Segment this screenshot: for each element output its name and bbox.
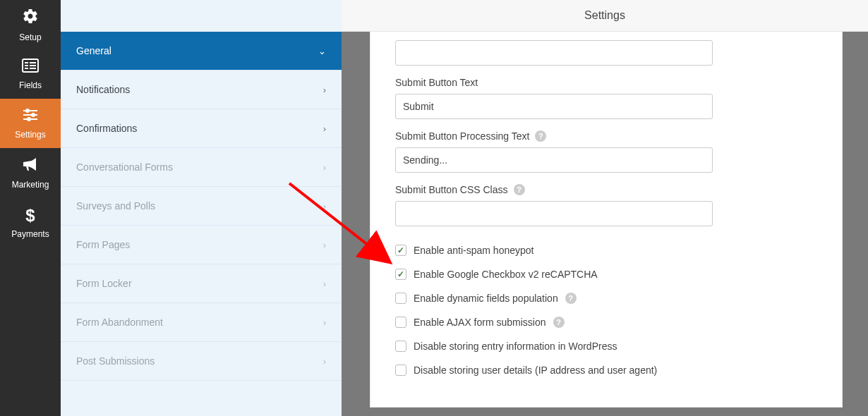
main-sidebar: Setup Fields Settings Marketing $ Paymen… bbox=[0, 0, 61, 416]
panel-item-notifications[interactable]: Notifications › bbox=[61, 71, 342, 109]
sidebar-label: Marketing bbox=[12, 180, 49, 190]
panel-item-post-submissions[interactable]: Post Submissions › bbox=[61, 342, 342, 381]
chevron-right-icon: › bbox=[323, 356, 326, 367]
sidebar-item-payments[interactable]: $ Payments bbox=[0, 197, 61, 247]
settings-panel: General ⌄ Notifications › Confirmations … bbox=[61, 0, 342, 416]
svg-rect-4 bbox=[30, 62, 36, 63]
checkbox-recaptcha[interactable] bbox=[395, 269, 406, 280]
form-icon bbox=[22, 59, 39, 77]
panel-item-label: General bbox=[76, 45, 111, 56]
help-icon[interactable]: ? bbox=[535, 130, 546, 142]
svg-rect-1 bbox=[25, 62, 28, 63]
sidebar-item-settings[interactable]: Settings bbox=[0, 99, 61, 148]
checkbox-row-disable-user-details: Disable storing user details (IP address… bbox=[395, 365, 817, 376]
panel-item-confirmations[interactable]: Confirmations › bbox=[61, 109, 342, 148]
panel-item-form-locker[interactable]: Form Locker › bbox=[61, 264, 342, 303]
checkbox-label: Enable dynamic fields population bbox=[414, 293, 558, 304]
checkbox-honeypot[interactable] bbox=[395, 245, 406, 256]
checkbox-label: Enable Google Checkbox v2 reCAPTCHA bbox=[414, 269, 598, 280]
bullhorn-icon bbox=[22, 157, 39, 176]
chevron-right-icon: › bbox=[323, 279, 326, 289]
sidebar-item-fields[interactable]: Fields bbox=[0, 49, 61, 99]
checkbox-label: Disable storing entry information in Wor… bbox=[414, 341, 617, 352]
help-icon[interactable]: ? bbox=[553, 317, 565, 328]
panel-item-label: Form Pages bbox=[76, 239, 130, 250]
checkbox-disable-user-details[interactable] bbox=[395, 365, 406, 376]
svg-rect-3 bbox=[25, 68, 28, 69]
chevron-right-icon: › bbox=[323, 201, 326, 212]
panel-item-label: Post Submissions bbox=[76, 355, 155, 367]
panel-item-form-pages[interactable]: Form Pages › bbox=[61, 226, 342, 264]
svg-rect-5 bbox=[30, 65, 36, 66]
form-name-input[interactable] bbox=[395, 40, 713, 66]
chevron-down-icon: ⌄ bbox=[318, 46, 326, 56]
panel-item-label: Form Abandonment bbox=[76, 317, 163, 328]
checkbox-row-honeypot: Enable anti-spam honeypot bbox=[395, 245, 817, 256]
chevron-right-icon: › bbox=[323, 240, 326, 250]
panel-item-label: Confirmations bbox=[76, 123, 137, 134]
panel-item-label: Form Locker bbox=[76, 278, 132, 289]
panel-item-conversational[interactable]: Conversational Forms › bbox=[61, 148, 342, 187]
panel-item-general[interactable]: General ⌄ bbox=[61, 32, 342, 71]
svg-point-8 bbox=[25, 109, 30, 113]
svg-rect-2 bbox=[25, 65, 28, 66]
processing-text-input[interactable] bbox=[395, 147, 713, 173]
svg-rect-6 bbox=[30, 68, 36, 69]
page-title: Settings bbox=[584, 9, 625, 22]
sidebar-item-setup[interactable]: Setup bbox=[0, 0, 61, 49]
css-class-label: Submit Button CSS Class bbox=[395, 184, 508, 195]
chevron-right-icon: › bbox=[323, 317, 326, 328]
checkbox-row-dynamic: Enable dynamic fields population ? bbox=[395, 293, 817, 304]
svg-point-12 bbox=[27, 117, 31, 121]
gear-icon bbox=[22, 8, 39, 29]
chevron-right-icon: › bbox=[323, 162, 326, 173]
panel-item-label: Conversational Forms bbox=[76, 161, 173, 173]
css-class-input[interactable] bbox=[395, 201, 713, 226]
panel-item-label: Surveys and Polls bbox=[76, 200, 155, 212]
dollar-icon: $ bbox=[25, 206, 35, 226]
checkbox-label: Enable anti-spam honeypot bbox=[414, 245, 534, 256]
sidebar-label: Setup bbox=[19, 32, 41, 42]
sidebar-label: Payments bbox=[11, 229, 49, 239]
sliders-icon bbox=[22, 108, 39, 126]
sidebar-item-marketing[interactable]: Marketing bbox=[0, 148, 61, 197]
submit-text-label: Submit Button Text bbox=[395, 77, 817, 88]
panel-item-form-abandonment[interactable]: Form Abandonment › bbox=[61, 303, 342, 342]
help-icon[interactable]: ? bbox=[565, 293, 577, 304]
submit-text-input[interactable] bbox=[395, 94, 713, 119]
checkbox-row-disable-entry: Disable storing entry information in Wor… bbox=[395, 341, 817, 352]
checkbox-label: Disable storing user details (IP address… bbox=[414, 365, 657, 376]
sidebar-label: Fields bbox=[19, 80, 42, 90]
checkbox-disable-entry[interactable] bbox=[395, 341, 406, 352]
processing-text-label: Submit Button Processing Text bbox=[395, 130, 529, 142]
panel-item-label: Notifications bbox=[76, 84, 130, 95]
topbar: Settings bbox=[342, 0, 868, 32]
checkbox-ajax[interactable] bbox=[395, 317, 406, 328]
svg-point-10 bbox=[31, 113, 35, 117]
checkbox-dynamic[interactable] bbox=[395, 293, 406, 304]
chevron-right-icon: › bbox=[323, 123, 326, 134]
settings-card: Submit Button Text Submit Button Process… bbox=[370, 32, 843, 408]
panel-spacer bbox=[61, 0, 342, 32]
help-icon[interactable]: ? bbox=[514, 184, 525, 195]
chevron-right-icon: › bbox=[323, 85, 326, 95]
checkbox-row-recaptcha: Enable Google Checkbox v2 reCAPTCHA bbox=[395, 269, 817, 280]
checkbox-label: Enable AJAX form submission bbox=[414, 317, 546, 328]
panel-item-surveys[interactable]: Surveys and Polls › bbox=[61, 187, 342, 226]
sidebar-label: Settings bbox=[15, 130, 45, 140]
checkbox-row-ajax: Enable AJAX form submission ? bbox=[395, 317, 817, 328]
